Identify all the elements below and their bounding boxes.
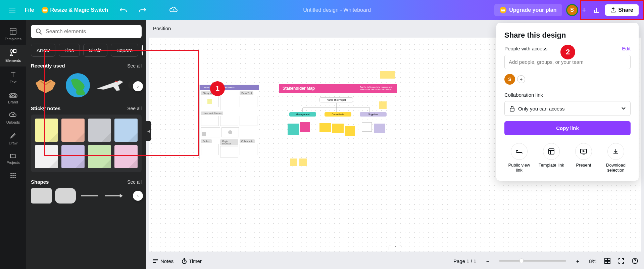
file-menu[interactable]: File bbox=[25, 7, 34, 13]
document-title[interactable]: Untitled design - Whiteboard bbox=[180, 7, 494, 13]
sticky-small[interactable] bbox=[345, 126, 355, 136]
chip-square[interactable]: Square bbox=[111, 44, 138, 57]
download-icon bbox=[613, 148, 618, 154]
access-selected: Only you can access bbox=[518, 106, 564, 111]
svg-point-13 bbox=[12, 177, 14, 178]
recent-globe-icon[interactable] bbox=[63, 72, 93, 99]
svg-rect-2 bbox=[13, 50, 16, 52]
sticky-title: Sticky notes bbox=[31, 105, 60, 111]
zoom-out-icon[interactable]: − bbox=[484, 258, 491, 264]
rail-label: Draw bbox=[9, 141, 17, 145]
hamburger-icon[interactable] bbox=[5, 3, 19, 17]
help-icon[interactable] bbox=[632, 258, 638, 264]
svg-rect-19 bbox=[605, 258, 607, 261]
sticky-note[interactable] bbox=[114, 119, 138, 142]
search-input-wrap[interactable] bbox=[31, 25, 142, 38]
shape-rounded[interactable] bbox=[55, 188, 76, 204]
rail-brand[interactable]: Brand bbox=[0, 88, 26, 108]
rail-projects[interactable]: Projects bbox=[0, 149, 26, 169]
shapes-see-all[interactable]: See all bbox=[127, 179, 142, 185]
copy-link-button[interactable]: Copy link bbox=[504, 121, 631, 135]
rail-draw[interactable]: Draw bbox=[0, 128, 26, 149]
notes-button[interactable]: Notes bbox=[152, 258, 174, 264]
sticky-small[interactable] bbox=[319, 123, 331, 132]
share-avatar[interactable]: S bbox=[504, 74, 515, 85]
user-avatar[interactable]: S bbox=[566, 4, 578, 16]
undo-icon[interactable] bbox=[117, 4, 130, 16]
chip-arrow[interactable]: Arrow bbox=[31, 44, 55, 57]
sticky-small[interactable] bbox=[332, 124, 344, 133]
sticky-small[interactable] bbox=[288, 124, 299, 135]
sticky-note[interactable] bbox=[35, 145, 58, 168]
resize-button[interactable]: Resize & Magic Switch bbox=[42, 7, 108, 13]
add-collaborator-icon[interactable]: + bbox=[578, 4, 590, 16]
chip-circle[interactable]: Circle bbox=[83, 44, 107, 57]
recent-see-all[interactable]: See all bbox=[127, 63, 142, 69]
download-option[interactable]: Download selection bbox=[601, 143, 631, 173]
sticky-see-all[interactable]: See all bbox=[127, 106, 142, 111]
timer-button[interactable]: Timer bbox=[182, 258, 202, 264]
zoom-in-icon[interactable]: + bbox=[574, 258, 581, 264]
add-person-icon[interactable]: + bbox=[517, 75, 525, 83]
tips-card[interactable]: Canva Tips for Whiteboards Sticky Notes … bbox=[199, 85, 259, 159]
sticky-loose[interactable] bbox=[379, 101, 387, 109]
present-option[interactable]: Present bbox=[569, 143, 598, 173]
sticky-loose[interactable] bbox=[380, 71, 387, 79]
access-select[interactable]: Only you can access bbox=[504, 101, 631, 116]
sticky-note[interactable] bbox=[61, 119, 85, 142]
share-button[interactable]: Share bbox=[605, 4, 639, 16]
rail-label: Uploads bbox=[6, 120, 20, 124]
zoom-handle[interactable] bbox=[519, 259, 524, 263]
shape-arrow[interactable] bbox=[103, 188, 124, 204]
recent-scroll-right-icon[interactable]: › bbox=[133, 81, 143, 91]
panel-collapse-icon[interactable]: ◀ bbox=[146, 121, 151, 141]
recent-airplane-icon[interactable] bbox=[95, 72, 125, 99]
tips-section: Draw Tool bbox=[240, 91, 253, 95]
zoom-slider[interactable] bbox=[499, 260, 566, 262]
rail-apps[interactable] bbox=[0, 169, 26, 183]
shape-line[interactable] bbox=[79, 188, 100, 204]
sticky-small[interactable] bbox=[362, 122, 372, 132]
upgrade-button[interactable]: Upgrade your plan bbox=[494, 4, 562, 16]
sticky-loose[interactable] bbox=[299, 159, 307, 166]
zoom-level[interactable]: 8% bbox=[589, 258, 596, 264]
fullscreen-icon[interactable] bbox=[618, 258, 624, 264]
cloud-sync-icon[interactable] bbox=[167, 4, 180, 16]
chips-scroll-right-icon[interactable]: › bbox=[142, 45, 143, 55]
sticky-note[interactable] bbox=[35, 119, 58, 142]
collab-link-label: Collaboration link bbox=[504, 92, 631, 98]
sticky-small[interactable] bbox=[300, 122, 310, 132]
page-expand-icon[interactable]: ⌃ bbox=[389, 245, 402, 250]
template-link-option[interactable]: Template link bbox=[537, 143, 566, 173]
shape-square[interactable] bbox=[31, 188, 52, 204]
svg-point-1 bbox=[10, 50, 13, 52]
sticky-loose[interactable] bbox=[387, 71, 395, 79]
sticky-small[interactable] bbox=[374, 124, 385, 133]
sticky-note[interactable] bbox=[114, 145, 138, 168]
search-input[interactable] bbox=[46, 29, 137, 35]
edit-access-link[interactable]: Edit bbox=[622, 46, 631, 51]
branch-node[interactable]: Suppliers bbox=[360, 112, 387, 117]
rail-templates[interactable]: Templates bbox=[0, 24, 26, 45]
redo-icon[interactable] bbox=[136, 4, 148, 16]
analytics-icon[interactable] bbox=[590, 4, 602, 16]
branch-node[interactable]: Management bbox=[289, 112, 316, 117]
rail-text[interactable]: Text bbox=[0, 66, 26, 88]
shapes-scroll-right-icon[interactable]: › bbox=[133, 191, 143, 201]
svg-point-9 bbox=[10, 175, 12, 176]
sticky-grid bbox=[31, 115, 142, 172]
sticky-loose[interactable] bbox=[290, 159, 297, 166]
sticky-note[interactable] bbox=[61, 145, 85, 168]
recent-handshake-icon[interactable] bbox=[31, 72, 60, 99]
stakeholder-card[interactable]: Stakeholder Map Tap the right experts to… bbox=[279, 84, 397, 150]
branch-node[interactable]: Consultants bbox=[325, 112, 351, 117]
sticky-note[interactable] bbox=[88, 119, 111, 142]
sticky-note[interactable] bbox=[88, 145, 111, 168]
rail-uploads[interactable]: Uploads bbox=[0, 108, 26, 128]
chip-line[interactable]: Line bbox=[59, 44, 80, 57]
rail-elements[interactable]: Elements bbox=[0, 45, 26, 66]
position-button[interactable]: Position bbox=[153, 26, 171, 31]
top-bar: File Resize & Magic Switch Untitled desi… bbox=[0, 0, 644, 20]
grid-view-icon[interactable] bbox=[604, 258, 610, 264]
public-view-link-option[interactable]: Public view link bbox=[504, 143, 534, 173]
